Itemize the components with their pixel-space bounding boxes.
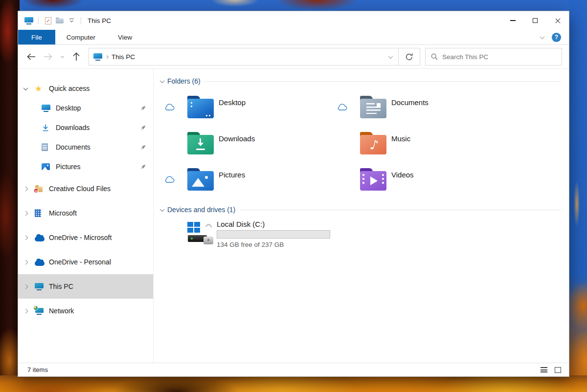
onedrive-icon xyxy=(35,237,45,241)
collapse-group-icon[interactable] xyxy=(160,207,165,212)
folder-name: Pictures xyxy=(219,171,245,179)
sidebar-item-microsoft[interactable]: Microsoft xyxy=(18,201,153,225)
recent-locations-icon[interactable] xyxy=(56,48,68,65)
videos-folder-icon xyxy=(360,168,386,191)
sidebar-item-pictures[interactable]: Pictures xyxy=(18,157,153,176)
refresh-button[interactable] xyxy=(398,48,420,65)
drive-tile-local-disk[interactable]: Local Disk (C:) 134 GB free of 237 GB xyxy=(159,220,564,261)
folder-tile-music[interactable]: Music xyxy=(332,125,505,161)
titlebar-separator xyxy=(81,17,81,24)
pictures-folder-icon xyxy=(187,168,214,191)
group-label: Devices and drives (1) xyxy=(167,206,235,214)
folder-name: Downloads xyxy=(219,134,255,143)
expand-chevron-icon[interactable] xyxy=(23,260,28,264)
drive-usage-bar xyxy=(217,230,330,239)
forward-button[interactable] xyxy=(40,48,56,65)
onedrive-icon xyxy=(35,261,45,266)
breadcrumb-chevron-icon[interactable] xyxy=(105,55,109,58)
address-breadcrumb[interactable]: This PC xyxy=(89,48,383,65)
drive-free-space: 134 GB free of 237 GB xyxy=(217,241,330,248)
onedrive-cloud-status-icon xyxy=(164,104,175,110)
ribbon-tab-row: File Computer View xyxy=(18,30,569,45)
expand-chevron-icon[interactable] xyxy=(23,308,28,313)
music-folder-icon xyxy=(360,132,386,154)
navigation-bar: This PC xyxy=(18,45,569,69)
devices-group-header[interactable]: Devices and drives (1) xyxy=(160,204,564,215)
list-view-icon[interactable] xyxy=(541,367,547,372)
wallpaper-bottom-leaves xyxy=(0,375,587,392)
up-button[interactable] xyxy=(68,48,85,65)
quick-access-star-icon: ★ xyxy=(35,85,42,93)
new-folder-icon[interactable] xyxy=(54,14,66,27)
folders-group-header[interactable]: Folders (6) xyxy=(160,76,564,87)
sidebar-item-desktop[interactable]: Desktop xyxy=(18,98,153,118)
folders-grid: Desktop Documents Downloads xyxy=(159,89,564,197)
pin-icon xyxy=(140,164,146,170)
desktop-icon xyxy=(42,105,50,112)
group-label: Folders (6) xyxy=(167,77,201,85)
pin-icon xyxy=(140,105,146,111)
this-pc-icon[interactable] xyxy=(23,14,35,27)
maximize-button[interactable] xyxy=(524,11,546,30)
collapse-group-icon[interactable] xyxy=(160,78,165,83)
folder-tile-documents[interactable]: Documents xyxy=(332,89,505,125)
sidebar-item-quick-access[interactable]: ★ Quick access xyxy=(18,79,153,98)
network-icon xyxy=(35,307,44,315)
wallpaper-right-leaves xyxy=(568,0,587,392)
folder-tile-downloads[interactable]: Downloads xyxy=(159,125,332,161)
onedrive-cloud-status-icon xyxy=(164,176,175,183)
close-button[interactable] xyxy=(546,11,569,30)
refresh-icon xyxy=(405,53,413,61)
sidebar-item-downloads[interactable]: Downloads xyxy=(18,118,153,137)
sidebar-item-onedrive-personal[interactable]: OneDrive - Personal xyxy=(18,250,153,274)
documents-icon xyxy=(42,143,48,151)
folder-tile-desktop[interactable]: Desktop xyxy=(159,89,332,125)
group-rule xyxy=(240,210,561,210)
local-disk-icon xyxy=(187,221,214,245)
search-icon xyxy=(431,53,438,60)
expand-chevron-icon[interactable] xyxy=(23,186,28,191)
search-box[interactable] xyxy=(425,48,562,65)
help-icon[interactable] xyxy=(552,33,561,42)
expand-chevron-icon[interactable] xyxy=(23,235,28,240)
sidebar-item-creative-cloud-files[interactable]: Creative Cloud Files xyxy=(18,176,153,201)
wallpaper-left-leaves xyxy=(0,0,20,392)
folder-name: Videos xyxy=(391,171,414,179)
expand-chevron-icon[interactable] xyxy=(23,211,28,216)
onedrive-cloud-status-icon xyxy=(337,104,347,110)
sidebar-item-onedrive-microsoft[interactable]: OneDrive - Microsoft xyxy=(18,225,153,250)
properties-icon[interactable] xyxy=(42,14,54,27)
titlebar-separator xyxy=(38,17,39,24)
status-bar: 7 items xyxy=(18,363,569,376)
tab-computer[interactable]: Computer xyxy=(55,30,107,44)
file-list-pane: Folders (6) Desktop Documents xyxy=(154,69,569,363)
search-input[interactable] xyxy=(442,53,556,61)
minimize-button[interactable] xyxy=(501,11,524,30)
sidebar-item-network[interactable]: Network xyxy=(18,299,153,323)
address-dropdown-button[interactable] xyxy=(383,48,398,65)
expand-ribbon-icon[interactable] xyxy=(540,34,545,39)
large-icons-view-icon[interactable] xyxy=(555,367,561,373)
address-bar[interactable]: This PC xyxy=(89,48,420,65)
this-pc-icon xyxy=(93,53,102,61)
collapse-chevron-icon[interactable] xyxy=(23,86,28,90)
window-controls xyxy=(501,11,569,30)
folder-tile-videos[interactable]: Videos xyxy=(332,161,505,197)
downloads-folder-icon xyxy=(187,132,214,154)
window-title: This PC xyxy=(88,17,111,24)
folder-tile-pictures[interactable]: Pictures xyxy=(159,161,332,197)
breadcrumb-location[interactable]: This PC xyxy=(112,53,135,61)
drive-name: Local Disk (C:) xyxy=(217,220,330,228)
downloads-icon xyxy=(42,124,49,131)
sidebar-item-documents[interactable]: Documents xyxy=(18,137,153,157)
tab-file[interactable]: File xyxy=(18,30,55,44)
creative-cloud-icon xyxy=(35,185,43,192)
back-button[interactable] xyxy=(23,48,40,65)
navigation-pane: ★ Quick access Desktop Downloads xyxy=(18,69,154,363)
expand-chevron-icon[interactable] xyxy=(23,284,28,289)
pin-icon xyxy=(140,144,146,151)
building-icon xyxy=(35,209,41,217)
customize-quick-access-icon[interactable] xyxy=(66,14,77,27)
tab-view[interactable]: View xyxy=(107,30,143,44)
sidebar-item-this-pc[interactable]: This PC xyxy=(18,274,153,299)
